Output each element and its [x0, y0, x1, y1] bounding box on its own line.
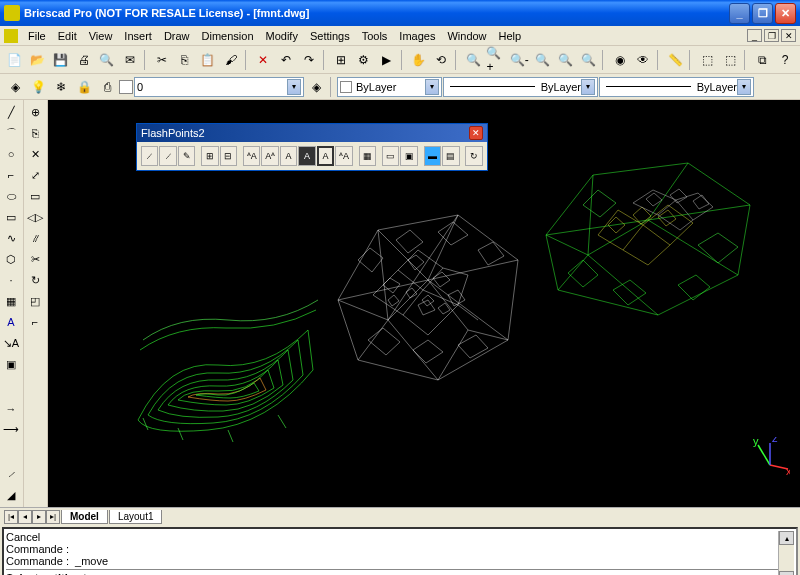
zoom-ext-button[interactable]: 🔍: [554, 49, 576, 71]
menu-tools[interactable]: Tools: [356, 28, 394, 44]
zoom-prev-button[interactable]: 🔍: [577, 49, 599, 71]
move-tool[interactable]: ⊕: [25, 102, 45, 122]
fp-tool-3[interactable]: ✎: [178, 146, 195, 166]
color-dropdown-icon[interactable]: ▾: [425, 79, 439, 95]
copy-button[interactable]: ⎘: [174, 49, 196, 71]
maximize-button[interactable]: ❐: [752, 3, 773, 24]
tile-v-button[interactable]: ⬚: [719, 49, 741, 71]
menu-dimension[interactable]: Dimension: [196, 28, 260, 44]
explorer-button[interactable]: ⊞: [330, 49, 352, 71]
scroll-up-button[interactable]: ▴: [779, 531, 794, 545]
menu-help[interactable]: Help: [493, 28, 528, 44]
linetype-combo[interactable]: ByLayer ▾: [443, 77, 598, 97]
fp-tool-2[interactable]: ⟋: [159, 146, 176, 166]
arc-tool[interactable]: ⌒: [1, 123, 21, 143]
ray-tool[interactable]: →: [1, 399, 21, 419]
doc-close-button[interactable]: ✕: [781, 29, 796, 42]
mail-button[interactable]: ✉: [119, 49, 141, 71]
fp-b1[interactable]: ▭: [382, 146, 399, 166]
fp-refresh[interactable]: ↻: [465, 146, 482, 166]
drawing-canvas[interactable]: FlashPoints2 ✕ ⟋ ⟋ ✎ ⊞ ⊟ ᴬA Aᴬ A A A ᴬA …: [48, 100, 800, 507]
print-button[interactable]: 🖨: [73, 49, 95, 71]
fp-text-a3[interactable]: A: [280, 146, 297, 166]
scale-tool[interactable]: ◰: [25, 291, 45, 311]
menu-edit[interactable]: Edit: [52, 28, 83, 44]
rtrot-button[interactable]: ⟲: [430, 49, 452, 71]
doc-minimize-button[interactable]: _: [747, 29, 762, 42]
fp-b2[interactable]: ▣: [400, 146, 417, 166]
cascade-button[interactable]: ⧉: [751, 49, 773, 71]
xline-tool[interactable]: ⟶: [1, 420, 21, 440]
layer-combo[interactable]: 0 ▾: [134, 77, 304, 97]
scroll-down-button[interactable]: ▾: [779, 571, 794, 575]
pan-button[interactable]: ✋: [408, 49, 430, 71]
cancel-button[interactable]: ✕: [252, 49, 274, 71]
menu-window[interactable]: Window: [441, 28, 492, 44]
freeze-icon[interactable]: ❄: [50, 76, 72, 98]
tab-next-button[interactable]: ▸: [32, 510, 46, 524]
matchprop-button[interactable]: 🖌: [220, 49, 242, 71]
spline-tool[interactable]: ∿: [1, 228, 21, 248]
view-button[interactable]: 👁: [632, 49, 654, 71]
menu-draw[interactable]: Draw: [158, 28, 196, 44]
zoom-rt-button[interactable]: 🔍: [462, 49, 484, 71]
line-tool[interactable]: ╱: [1, 102, 21, 122]
menu-insert[interactable]: Insert: [118, 28, 158, 44]
minimize-button[interactable]: _: [729, 3, 750, 24]
erase-tool[interactable]: ✕: [25, 144, 45, 164]
hatch-tool[interactable]: ▦: [1, 291, 21, 311]
cmd-scrollbar[interactable]: ▴ ▾: [778, 531, 794, 575]
tab-layout1[interactable]: Layout1: [109, 510, 163, 524]
properties-button[interactable]: ⚙: [353, 49, 375, 71]
fp-c1[interactable]: ▬: [424, 146, 441, 166]
palette-close-button[interactable]: ✕: [469, 126, 483, 140]
leader-tool[interactable]: ↘A: [1, 333, 21, 353]
fp-c2[interactable]: ▤: [442, 146, 459, 166]
undo-button[interactable]: ↶: [275, 49, 297, 71]
lineweight-dropdown-icon[interactable]: ▾: [737, 79, 751, 95]
color-combo[interactable]: ByLayer ▾: [337, 77, 442, 97]
layer-dropdown-icon[interactable]: ▾: [287, 79, 301, 95]
tab-prev-button[interactable]: ◂: [18, 510, 32, 524]
close-button[interactable]: ✕: [775, 3, 796, 24]
tile-h-button[interactable]: ⬚: [696, 49, 718, 71]
point-tool[interactable]: ·: [1, 270, 21, 290]
save-button[interactable]: 💾: [50, 49, 72, 71]
vba-button[interactable]: ▶: [376, 49, 398, 71]
menu-file[interactable]: File: [22, 28, 52, 44]
layer-tool-icon[interactable]: 💡: [27, 76, 49, 98]
select-tool[interactable]: ▭: [25, 186, 45, 206]
menu-images[interactable]: Images: [393, 28, 441, 44]
polygon-tool[interactable]: ⬡: [1, 249, 21, 269]
fp-text-a4[interactable]: A: [298, 146, 315, 166]
fillet-tool[interactable]: ⌐: [25, 312, 45, 332]
text-tool[interactable]: A: [1, 312, 21, 332]
layerstate-button[interactable]: ◈: [305, 76, 327, 98]
linetype-dropdown-icon[interactable]: ▾: [581, 79, 595, 95]
new-button[interactable]: 📄: [4, 49, 26, 71]
rotate-tool[interactable]: ↻: [25, 270, 45, 290]
ellipse-tool[interactable]: ⬭: [1, 186, 21, 206]
zoom-win-button[interactable]: 🔍: [531, 49, 553, 71]
copy-tool[interactable]: ⎘: [25, 123, 45, 143]
fp-text-a1[interactable]: ᴬA: [243, 146, 260, 166]
palette-titlebar[interactable]: FlashPoints2 ✕: [137, 124, 487, 142]
lineweight-combo[interactable]: ByLayer ▾: [599, 77, 754, 97]
menu-modify[interactable]: Modify: [260, 28, 304, 44]
offset-tool[interactable]: ⫽: [25, 228, 45, 248]
dist-button[interactable]: 📏: [664, 49, 686, 71]
paste-button[interactable]: 📋: [197, 49, 219, 71]
block-tool[interactable]: ▣: [1, 354, 21, 374]
command-panel[interactable]: Cancel Commande : Commande : _move Selec…: [2, 527, 798, 575]
zoom-out-button[interactable]: 🔍-: [508, 49, 530, 71]
menu-view[interactable]: View: [83, 28, 119, 44]
preview-button[interactable]: 🔍: [96, 49, 118, 71]
flashpoints-palette[interactable]: FlashPoints2 ✕ ⟋ ⟋ ✎ ⊞ ⊟ ᴬA Aᴬ A A A ᴬA …: [136, 123, 488, 171]
tab-first-button[interactable]: |◂: [4, 510, 18, 524]
fp-tool-1[interactable]: ⟋: [141, 146, 158, 166]
help-button[interactable]: ?: [774, 49, 796, 71]
tool-ext2[interactable]: ◢: [1, 485, 21, 505]
tab-model[interactable]: Model: [61, 510, 108, 524]
doc-restore-button[interactable]: ❐: [764, 29, 779, 42]
render-button[interactable]: ◉: [609, 49, 631, 71]
